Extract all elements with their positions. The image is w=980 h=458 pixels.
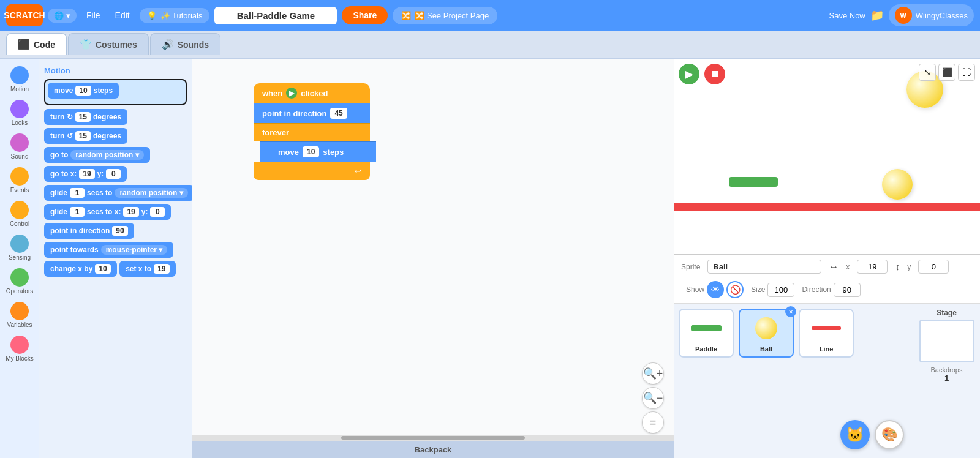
lightbulb-icon: 💡	[147, 11, 157, 20]
direction-control: Direction	[802, 283, 860, 297]
zoom-out-button[interactable]: 🔍−	[642, 387, 664, 409]
green-flag-button[interactable]: ▶	[679, 64, 699, 84]
sidebar-item-myblocks[interactable]: My Blocks	[1, 333, 38, 364]
sprite-list-container: Paddle ✕ Ball	[674, 304, 913, 458]
show-button[interactable]: 👁	[707, 281, 724, 298]
ball-sprite-name: Ball	[760, 345, 772, 353]
size-control: Size	[751, 283, 794, 297]
script-scrollbar[interactable]	[192, 435, 674, 441]
scrollbar-thumb[interactable]	[341, 436, 525, 440]
sidebar-item-events[interactable]: Events	[1, 165, 38, 196]
ball-delete-button[interactable]: ✕	[785, 306, 796, 317]
sprite-thumb-paddle-container	[688, 313, 725, 343]
x-input[interactable]	[857, 260, 888, 274]
size-input[interactable]	[767, 283, 794, 297]
code-icon: ⬛	[18, 39, 30, 50]
edit-menu[interactable]: Edit	[110, 8, 135, 23]
zoom-in-button[interactable]: 🔍+	[642, 362, 664, 385]
sidebar-item-looks[interactable]: Looks	[1, 97, 38, 129]
stage-fullscreen-button[interactable]: ⛶	[958, 64, 975, 81]
size-label: Size	[751, 285, 765, 294]
see-project-button[interactable]: 🔀 🔀 See Project Page	[393, 7, 497, 24]
sidebar-item-sensing[interactable]: Sensing	[1, 232, 38, 263]
block-set-x[interactable]: set x to 19	[119, 261, 175, 277]
file-menu[interactable]: File	[81, 8, 105, 23]
script-loop-forever[interactable]: forever	[254, 123, 370, 141]
sidebar-item-operators[interactable]: Operators	[1, 266, 38, 297]
paddle-thumbnail	[691, 325, 722, 331]
share-button[interactable]: Share	[342, 6, 388, 24]
save-now-button[interactable]: Save Now	[829, 11, 865, 20]
sidebar-item-variables[interactable]: Variables	[1, 299, 38, 331]
block-turn-ccw[interactable]: turn ↺ 15 degrees	[44, 128, 127, 144]
operators-dot	[10, 268, 29, 287]
sprite-thumb-ball-container	[748, 313, 785, 343]
direction-input[interactable]	[834, 283, 861, 297]
sprite-card-line[interactable]: Line	[799, 309, 854, 358]
block-point-direction[interactable]: point in direction 90	[44, 223, 134, 239]
script-end-cap: ↩	[254, 162, 370, 180]
block-glide-xy[interactable]: glide 1 secs to x: 19 y: 0	[44, 204, 171, 220]
stage-thumbnail[interactable]	[919, 320, 974, 362]
events-dot	[10, 167, 29, 186]
add-sprite-paint-button[interactable]: 🎨	[875, 420, 904, 449]
folder-button[interactable]: 📁	[870, 9, 884, 22]
sprite-card-ball[interactable]: ✕ Ball	[739, 309, 794, 358]
backpack-bar[interactable]: Backpack	[192, 441, 674, 458]
blocks-section-title: Motion	[44, 66, 187, 75]
motion-highlight: move 10 steps	[44, 79, 187, 105]
sprite-info-panel: Sprite ↔ x ↕ y Show 👁 🚫 Size Direction	[674, 255, 980, 304]
script-canvas: when ▶ clicked point in direction 45 for…	[192, 59, 674, 440]
project-name-input[interactable]	[214, 7, 337, 24]
sprite-name-input[interactable]	[707, 260, 821, 274]
sidebar-item-sound[interactable]: Sound	[1, 131, 38, 162]
script-hat-block[interactable]: when ▶ clicked	[254, 83, 370, 103]
zoom-reset-icon: =	[650, 416, 657, 429]
script-direction-input[interactable]: 45	[330, 108, 347, 119]
stage-mode-controls: ⤡ ⬛ ⛶	[919, 64, 975, 81]
block-glide-random[interactable]: glide 1 secs to random position ▾	[44, 185, 192, 201]
block-goto-xy[interactable]: go to x: 19 y: 0	[44, 166, 127, 182]
script-move-input[interactable]: 10	[303, 146, 319, 157]
zoom-out-icon: 🔍−	[643, 391, 663, 405]
x-label: x	[846, 263, 850, 271]
see-project-icon: 🔀	[401, 11, 411, 20]
avatar: W	[895, 7, 912, 24]
user-badge[interactable]: W WiingyClasses	[889, 4, 974, 26]
zoom-reset-button[interactable]: =	[642, 411, 664, 434]
tabs-bar: ⬛ Code 👕 Costumes 🔊 Sounds	[0, 31, 980, 59]
scratch-logo[interactable]: SCRATCH	[6, 4, 43, 26]
tab-costumes[interactable]: 👕 Costumes	[68, 33, 149, 55]
stage-normal-button[interactable]: ⬛	[938, 64, 956, 81]
stage-top-controls: ▶ ⏹	[679, 64, 725, 84]
block-point-towards[interactable]: point towards mouse-pointer ▾	[44, 242, 173, 258]
globe-button[interactable]: 🌐 ▾	[48, 9, 77, 23]
y-input[interactable]	[918, 260, 949, 274]
add-sprite-cat-button[interactable]: 🐱	[840, 420, 870, 449]
zoom-controls: 🔍+ 🔍− =	[642, 362, 664, 434]
tab-sounds[interactable]: 🔊 Sounds	[150, 33, 221, 55]
hide-button[interactable]: 🚫	[726, 281, 744, 298]
block-turn-cw[interactable]: turn ↻ 15 degrees	[44, 109, 127, 125]
zoom-in-icon: 🔍+	[643, 367, 663, 380]
tutorials-button[interactable]: 💡 ✨ Tutorials	[140, 8, 210, 23]
block-goto-random[interactable]: go to random position ▾	[44, 147, 150, 163]
block-change-x[interactable]: change x by 10	[44, 261, 117, 277]
sidebar-item-control[interactable]: Control	[1, 198, 38, 230]
block-move[interactable]: move 10 steps	[48, 83, 119, 99]
tab-code[interactable]: ⬛ Code	[6, 33, 67, 55]
stage-shrink-button[interactable]: ⤡	[919, 64, 936, 81]
motion-dot	[10, 66, 29, 84]
fab-area: 🐱 🎨	[840, 420, 904, 449]
stop-button[interactable]: ⏹	[704, 64, 725, 84]
globe-icon: 🌐	[54, 11, 64, 20]
y-label: y	[907, 263, 911, 271]
sidebar-item-motion[interactable]: Motion	[1, 64, 38, 95]
sprite-card-paddle[interactable]: Paddle	[679, 309, 734, 358]
stage-thumb-panel: Stage Backdrops 1	[913, 304, 980, 458]
script-block-group: when ▶ clicked point in direction 45 for…	[254, 83, 376, 180]
main-layout: Motion Looks Sound Events Control Sensin…	[0, 59, 980, 458]
script-cmd-point[interactable]: point in direction 45	[254, 103, 370, 123]
script-inner-move[interactable]: move 10 steps	[260, 141, 376, 162]
sprite-thumb-line-container	[808, 313, 845, 343]
